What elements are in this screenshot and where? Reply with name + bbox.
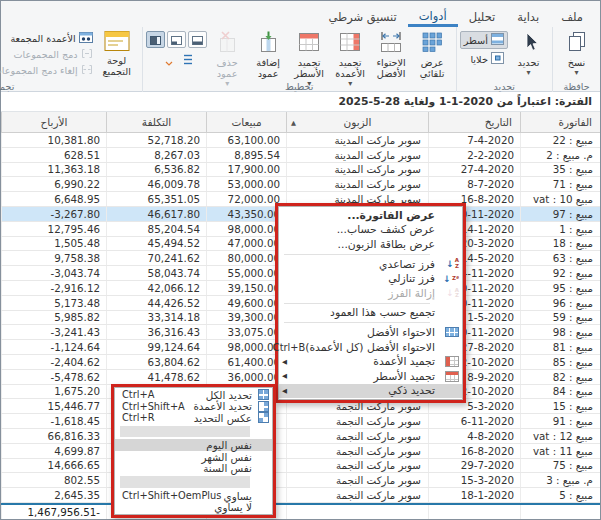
column-header-cost[interactable]: التكلفة <box>106 112 206 132</box>
cell-sales: 8,895.54 <box>206 148 286 162</box>
auto-view-label: عرض تلقائي <box>412 58 453 80</box>
submenu-item[interactable]: نفس اليوم <box>115 439 272 451</box>
ribbon-tabs: ملفبدايةتحليلأدواتتنسيق شرطي <box>1 1 600 27</box>
grid-footer: 1,467,956.51- <box>1 505 600 519</box>
cell-sales: 80,000.00 <box>206 251 286 265</box>
grouped-columns-button[interactable]: الأعمدة المجمعة <box>0 31 95 46</box>
context-menu-item[interactable]: فرز تنازلي <box>279 271 462 286</box>
footer-profit-total: 1,467,956.51- <box>1 505 106 519</box>
context-menu-item[interactable]: عرض بطاقة الزبون... <box>279 237 462 252</box>
table-row[interactable]: مبيع vat : 11 16-8-2020 سوبر ماركت النجم… <box>1 444 600 459</box>
cell-invoice: مبيع vat : 12 <box>520 429 600 443</box>
unmerge-groups-button[interactable]: إلغاء دمج المجموعات <box>0 63 95 78</box>
submenu-item[interactable]: لا يساوي <box>115 501 272 513</box>
cell-profit: 1,505.48 <box>1 237 106 251</box>
menu-item-shortcut: Ctrl+B <box>273 342 305 353</box>
ribbon-tab[interactable]: تحليل <box>458 6 507 27</box>
menu-item-label: عرض كشف حساب... <box>337 223 435 236</box>
select-cells-button[interactable]: خلايا <box>460 50 508 68</box>
table-row[interactable]: مبيع : 75 29-7-2020 سوبر ماركت النجمة 14… <box>1 459 600 474</box>
select-rows-label: أسطر <box>464 35 488 46</box>
cell-cost: 46,009.78 <box>106 177 206 191</box>
cell-invoice: مبيع : 85 <box>520 355 600 369</box>
numbered-list-icon[interactable]: 123 <box>180 51 193 70</box>
submenu-item[interactable]: نفس الشهر <box>115 451 272 463</box>
context-menu-item[interactable]: الاحتواء الأفضل (كل الأعمدة) Ctrl+B <box>279 340 462 355</box>
submenu-item[interactable]: نفس السنة <box>115 463 272 475</box>
table-row[interactable]: مبيع vat : 12 4-8-2020 سوبر ماركت النجمة… <box>1 429 600 444</box>
submenu-item[interactable]: تحديد الكل Ctrl+A <box>115 389 272 401</box>
menu-item-label: الاحتواء الأفضل <box>367 326 435 339</box>
view-mode-button-2[interactable] <box>167 31 186 48</box>
ribbon-tab[interactable]: ملف <box>550 6 594 27</box>
column-header-customer[interactable]: الزبون <box>286 112 428 132</box>
table-row[interactable]: م. مبيع : 2 2-2-2020 سوبر ماركت المدينة … <box>1 148 600 163</box>
freeze-columns-button[interactable]: تجميد الأعمدة <box>330 28 371 88</box>
submenu-item[interactable]: يساوي Ctrl+Shift+OemPlus <box>115 490 272 502</box>
table-row[interactable]: مبيع : 5 18-1-2020 سوبر ماركت النجمة 2,6… <box>1 488 600 503</box>
column-header-profit[interactable]: الأرباح <box>1 112 106 132</box>
context-menu-item[interactable]: الاحتواء الأفضل <box>279 325 462 340</box>
ribbon-tab[interactable]: أدوات <box>408 5 458 27</box>
cell-profit: 5,985.82 <box>1 311 106 325</box>
table-row[interactable]: م. مبيع : 3 15-3-2020 سوبر ماركت النجمة … <box>1 473 600 488</box>
cell-invoice: مبيع : 97 <box>520 207 600 221</box>
table-row[interactable]: مبيع : 91 6-11-2020 سوبر ماركت النجمة -1… <box>1 414 600 429</box>
ribbon-tab[interactable]: بداية <box>506 6 550 27</box>
context-menu-item[interactable] <box>284 303 430 304</box>
context-menu-item[interactable]: فرز تصاعدي <box>279 257 462 272</box>
context-menu-item[interactable]: إزالة الفرز <box>279 286 462 301</box>
column-header-sales[interactable]: مبيعات <box>206 112 286 132</box>
best-fit-button[interactable]: الاحتواء الأفضل <box>371 28 412 80</box>
view-mode-button-3[interactable] <box>146 31 165 48</box>
context-menu-item[interactable]: تجميد الأعمدة ◀ <box>279 354 462 369</box>
submenu-item[interactable] <box>120 476 250 488</box>
context-menu-item[interactable]: تحديد ذكي ◀ <box>279 384 462 399</box>
cells-icon <box>491 52 504 66</box>
table-row[interactable]: مبيع : 35 27-4-2020 سوبر ماركت المدينة 1… <box>1 163 600 178</box>
cell-profit: 2,645.35 <box>1 488 106 502</box>
submenu-item[interactable]: تحديد الأعمدة Ctrl+Shift+A <box>115 401 272 413</box>
ribbon-tab[interactable]: تنسيق شرطي <box>317 6 407 27</box>
copy-button[interactable]: نسخ <box>556 28 597 77</box>
cell-sales: 98,000.00 <box>206 222 286 236</box>
cell-date: 2-2-2020 <box>428 148 520 162</box>
column-header-date[interactable]: التاريخ <box>428 112 520 132</box>
group-panel-button[interactable]: لوحة التجميع <box>95 28 139 78</box>
footer-cell <box>520 505 600 519</box>
add-column-button[interactable]: إضافة عمود <box>248 28 289 80</box>
submenu-item[interactable] <box>120 426 250 438</box>
delete-column-icon <box>216 30 238 58</box>
view-layout-icon <box>171 30 182 49</box>
submenu-arrow-icon: ◀ <box>282 358 292 366</box>
delete-column-button[interactable]: حذف عمود <box>207 28 248 88</box>
context-menu-item[interactable]: تجميع حسب هذا العمود <box>279 306 462 321</box>
freeze-rows-button[interactable]: تجميد الأسطر <box>289 28 330 88</box>
column-header-invoice[interactable]: الفاتورة <box>520 112 600 132</box>
menu-item-label: عرض الفاتورة... <box>347 209 435 222</box>
context-menu-item[interactable]: عرض الفاتورة... <box>279 208 462 223</box>
cell-sales: 61,400.00 <box>206 355 286 369</box>
table-row[interactable]: مبيع : 71 8-7-2020 سوبر ماركت المدينة 53… <box>1 177 600 192</box>
merge-groups-button[interactable]: دمج المجموعات <box>0 47 95 62</box>
menu-item-label: يساوي <box>224 490 252 502</box>
view-mode-button-1[interactable] <box>188 31 207 48</box>
select-rows-button[interactable]: أسطر <box>460 31 508 49</box>
context-menu-item[interactable] <box>284 322 430 323</box>
cell-invoice: مبيع : 59 <box>520 311 600 325</box>
context-menu-item[interactable]: عرض كشف حساب... <box>279 223 462 238</box>
cell-customer: سوبر ماركت النجمة <box>286 444 428 458</box>
auto-view-button[interactable]: عرض تلقائي <box>412 28 453 80</box>
cell-customer: سوبر ماركت المدينة <box>286 177 428 191</box>
ribbon-group-layout: عرض تلقائي الاحتواء الأفضل تجميد الأعمدة <box>142 27 456 92</box>
menu-item-label: تجميد الأسطر <box>373 370 435 383</box>
table-row[interactable]: مبيع : 22 7-4-2020 سوبر ماركت المدينة 63… <box>1 133 600 148</box>
alphabet-sort-icon[interactable]: AB <box>160 51 175 70</box>
submenu-item[interactable]: عكس التحديد Ctrl+R <box>115 412 272 424</box>
cell-invoice: مبيع : 1 <box>520 222 600 236</box>
context-menu-item[interactable]: تجميد الأسطر ◀ <box>279 369 462 384</box>
menu-item-icon <box>445 273 459 285</box>
select-button[interactable]: تحديد <box>508 28 549 77</box>
group-caption-selection: تحديد <box>457 81 552 92</box>
context-menu-item[interactable] <box>284 254 430 255</box>
